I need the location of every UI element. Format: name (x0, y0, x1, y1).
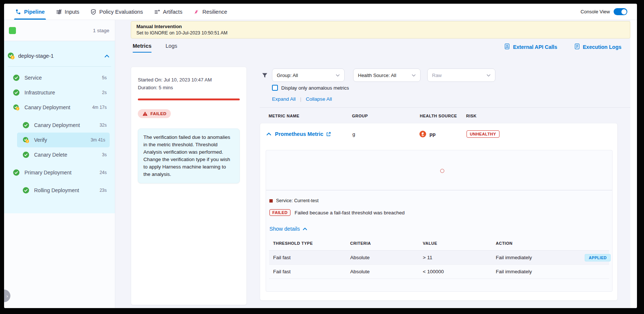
chevron-up-icon[interactable] (104, 54, 109, 58)
started-on: Started On: Jul 10, 2023 10:47 AM (138, 76, 240, 84)
link-label: Execution Logs (583, 44, 621, 50)
column-header-health-source: HEALTH SOURCE (420, 114, 457, 118)
nav-tab-label: Resilience (202, 9, 227, 15)
step-duration: 23s (100, 188, 107, 193)
sidebar-item-canary-deployment[interactable]: Canary Deployment 32s (4, 118, 115, 133)
warning-check-icon (13, 104, 20, 111)
legend-swatch (269, 199, 273, 203)
sidebar-item-verify[interactable]: Verify 3m 41s (17, 133, 110, 147)
link-label: External API Calls (513, 44, 557, 50)
sidebar-item-rolling-deployment[interactable]: Rolling Deployment 23s (4, 183, 115, 198)
failed-status-badge: FAILED (138, 109, 171, 118)
nav-tab-pipeline[interactable]: Pipeline (15, 4, 45, 20)
manual-intervention-banner: Manual Intervention Set to IGNORE on 10-… (131, 21, 630, 39)
health-source-filter-dropdown[interactable]: Health Source: All (353, 69, 421, 82)
step-duration: 2s (102, 90, 107, 95)
success-check-icon (13, 74, 20, 81)
success-check-icon (13, 169, 20, 176)
step-duration: 3s (102, 152, 107, 157)
nav-tab-label: Inputs (65, 9, 80, 15)
metric-detail-panel: Service: Current-test FAILED Failed beca… (266, 150, 613, 292)
threshold-type: Fail fast (273, 269, 350, 274)
step-label: Canary Delete (34, 152, 67, 158)
tab-logs[interactable]: Logs (166, 43, 177, 53)
warning-triangle-icon (142, 111, 148, 116)
tab-metrics[interactable]: Metrics (133, 43, 152, 53)
raw-filter-dropdown[interactable]: Raw (427, 69, 495, 82)
threshold-criteria: Absolute (350, 255, 423, 260)
execution-logs-link[interactable]: Execution Logs (574, 43, 621, 51)
success-check-icon (23, 187, 29, 194)
anomalous-metrics-checkbox[interactable] (272, 85, 278, 91)
dropdown-value: Group: All (277, 73, 298, 78)
sidebar-item-deploy-stage[interactable]: deploy-stage-1 (4, 49, 115, 63)
sidebar-item-infrastructure[interactable]: Infrastructure 2s (4, 85, 115, 100)
content-tabs: Metrics Logs (133, 43, 177, 53)
metric-chart (266, 150, 612, 190)
show-details-link[interactable]: Show details (269, 226, 612, 232)
banner-title: Manual Intervention (136, 24, 625, 29)
table-row: Fail fast Absolute < 100000 Fail immedia… (269, 265, 609, 279)
nav-tab-policy-evaluations[interactable]: Policy Evaluations (90, 4, 143, 20)
column-header-action: ACTION (496, 241, 585, 245)
chevron-down-icon (487, 74, 491, 77)
success-check-icon (23, 122, 29, 128)
step-label: Verify (34, 137, 47, 143)
document-icon (574, 43, 580, 51)
metric-health-source: pp (419, 131, 436, 137)
column-header-criteria: CRITERIA (350, 241, 423, 245)
group-filter-dropdown[interactable]: Group: All (272, 69, 345, 82)
console-view-control: Console View (581, 8, 627, 15)
metric-name-text: Prometheus Metric (275, 131, 323, 137)
legend-label: Service: Current-test (276, 198, 319, 203)
metric-name-link[interactable]: Prometheus Metric (275, 131, 331, 137)
collapse-row-chevron-up-icon[interactable] (266, 133, 271, 136)
sidebar-item-canary-delete[interactable]: Canary Delete 3s (4, 147, 115, 162)
step-label: Canary Deployment (34, 122, 80, 128)
step-label: Service (24, 75, 42, 81)
nav-tab-label: Pipeline (24, 9, 45, 15)
prometheus-icon (419, 131, 426, 137)
header-links: API External API Calls Execution Logs (504, 43, 621, 51)
chevron-down-icon (412, 74, 416, 77)
table-row-prometheus-metric[interactable]: Prometheus Metric g pp UNHEALTHY (260, 123, 617, 145)
external-link-icon (326, 132, 331, 137)
console-view-label: Console View (581, 9, 610, 14)
filter-funnel-icon[interactable] (262, 73, 268, 78)
banner-message: Set to IGNORE on 10-Jul-2023 10:50:51 AM (136, 30, 625, 36)
dropdown-placeholder: Raw (432, 73, 442, 78)
failure-reason-text: Failed because a fail-fast threshold was… (295, 210, 405, 216)
health-source-value: pp (429, 131, 436, 137)
sidebar-item-primary-deployment[interactable]: Primary Deployment 24s (4, 165, 115, 180)
external-api-calls-link[interactable]: API External API Calls (504, 43, 557, 51)
stage-header: 1 stage (4, 20, 115, 41)
stage-count: 1 stage (93, 28, 109, 33)
nav-tab-resilience[interactable]: Resilience (193, 4, 227, 20)
divider (260, 107, 630, 108)
divider: | (300, 96, 302, 102)
failure-reason-row: FAILED Failed because a fail-fast thresh… (269, 209, 612, 216)
chevron-up-icon (303, 227, 307, 230)
threshold-value: < 100000 (423, 269, 496, 274)
step-duration: 5s (102, 75, 107, 80)
collapse-all-link[interactable]: Collapse All (306, 96, 332, 102)
nav-tab-artifacts[interactable]: Artifacts (154, 4, 182, 20)
threshold-type: Fail fast (273, 255, 350, 260)
step-duration: 4m 17s (92, 105, 107, 110)
threshold-action: Fail immediately (496, 255, 585, 260)
metric-group-value: g (352, 131, 355, 137)
column-header-risk: RISK (466, 114, 477, 118)
step-label: Infrastructure (24, 90, 55, 96)
expand-all-link[interactable]: Expand All (272, 96, 296, 102)
svg-text:API: API (506, 47, 509, 49)
sidebar-item-canary-deployment-group[interactable]: Canary Deployment 4m 17s (4, 100, 115, 115)
sidebar-item-service[interactable]: Service 5s (4, 70, 115, 85)
stage-name: deploy-stage-1 (18, 53, 54, 59)
artifacts-icon (154, 9, 160, 15)
console-view-toggle[interactable] (614, 8, 627, 15)
stage-step-list: deploy-stage-1 Service 5s Infrastructure… (4, 41, 115, 213)
applied-badge: APPLIED (585, 254, 611, 261)
step-duration: 3m 41s (91, 137, 105, 143)
scrollbar-track[interactable] (630, 20, 637, 308)
nav-tab-inputs[interactable]: Inputs (56, 4, 80, 20)
